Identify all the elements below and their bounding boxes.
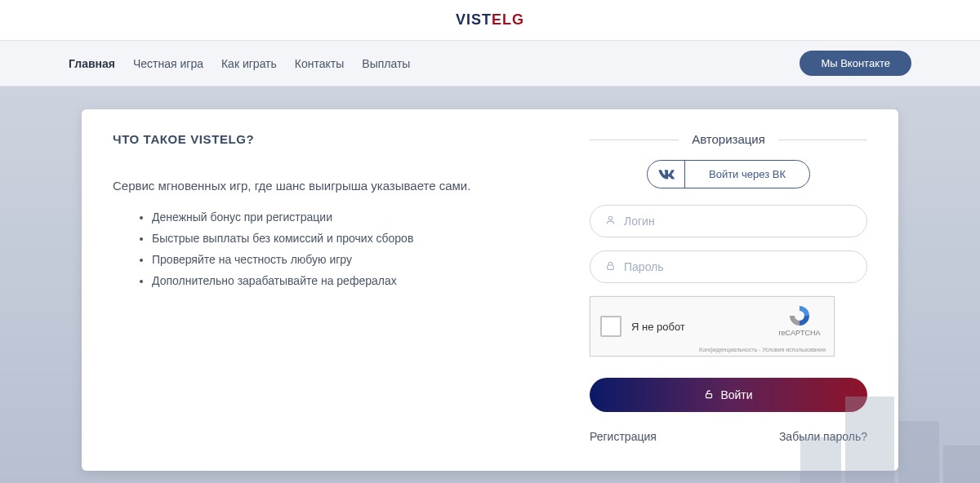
user-icon [605,215,616,228]
lock-icon [605,260,616,273]
info-column: ЧТО ТАКОЕ VISTELG? Сервис мгновенных игр… [113,132,557,443]
nav-left: Главная Честная игра Как играть Контакты… [69,57,410,70]
feature-list: Денежный бонус при регистрации Быстрые в… [113,207,557,292]
vk-icon [648,161,685,188]
auth-legend: Авторизация [679,132,778,146]
nav-bar: Главная Честная игра Как играть Контакты… [0,41,980,86]
auth-legend-wrap: Авторизация [590,132,867,147]
recaptcha-terms: Конфиденциальность - Условия использован… [699,347,826,352]
recaptcha-text: Я не робот [631,321,685,333]
login-input[interactable] [624,215,852,228]
recaptcha-brand-label: reCAPTCHA [773,329,826,337]
password-input[interactable] [624,260,852,273]
recaptcha-widget[interactable]: Я не робот reCAPTCHA Конфиденциальность … [590,296,835,357]
login-button-label: Войти [720,388,752,401]
feature-item: Дополнительно зарабатывайте на рефералах [152,271,557,292]
feature-item: Проверяйте на честность любую игру [152,250,557,271]
brand-part1: VIST [456,11,492,28]
brand-logo: VISTELG [456,11,524,28]
main-card: ЧТО ТАКОЕ VISTELG? Сервис мгновенных игр… [82,109,898,471]
password-field-wrap[interactable] [590,250,867,283]
nav-item-fair[interactable]: Честная игра [133,57,203,70]
nav-item-main[interactable]: Главная [69,57,115,70]
feature-item: Денежный бонус при регистрации [152,207,557,228]
svg-rect-2 [706,393,712,397]
background-area: ЧТО ТАКОЕ VISTELG? Сервис мгновенных игр… [0,86,980,483]
brand-part2: ELG [492,11,524,28]
vk-social-button[interactable]: Мы Вконтакте [800,51,911,76]
unlock-icon [704,389,714,401]
brand-bar: VISTELG [0,0,980,41]
nav-item-contacts[interactable]: Контакты [295,57,344,70]
page-subheading: Сервис мгновенных игр, где шанс выигрыша… [113,179,557,193]
register-link[interactable]: Регистрация [590,430,657,443]
svg-rect-1 [608,265,614,269]
decorative-buildings [800,380,980,483]
vk-login-button[interactable]: Войти через ВК [647,160,810,188]
svg-point-0 [608,216,612,219]
nav-item-howto[interactable]: Как играть [221,57,277,70]
vk-login-label: Войти через ВК [685,161,809,188]
recaptcha-checkbox[interactable] [600,316,621,337]
recaptcha-brand: reCAPTCHA [773,304,826,337]
feature-item: Быстрые выплаты без комиссий и прочих сб… [152,228,557,250]
recaptcha-logo-icon [787,304,812,328]
login-field-wrap[interactable] [590,205,867,237]
page-heading: ЧТО ТАКОЕ VISTELG? [113,132,557,146]
nav-item-payouts[interactable]: Выплаты [362,57,410,70]
